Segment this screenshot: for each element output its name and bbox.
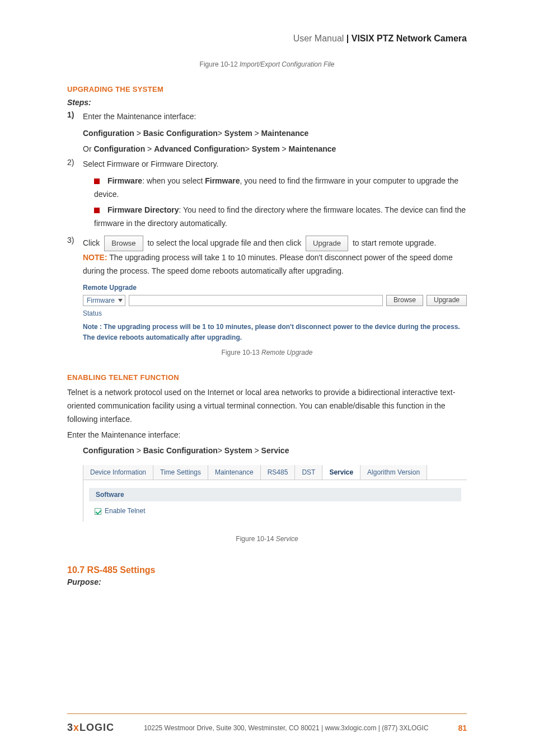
enable-telnet-checkbox[interactable] [95,508,101,515]
bullet-icon [94,208,100,213]
tp-b: Basic Configuration [143,446,218,455]
tab-dst[interactable]: DST [295,465,322,480]
remote-upgrade-row: Firmware Browse Upgrade [83,295,467,306]
tp-c: System [224,446,252,455]
p2a: Configuration [93,144,145,153]
logo-x: x [73,722,79,733]
tab-device-information[interactable]: Device Information [83,465,153,480]
browse-button[interactable]: Browse [104,236,143,251]
logo-a: 3 [67,722,73,733]
tabs-row: Device Information Time Settings Mainten… [83,465,467,480]
step-3-body: Click Browse to select the local upgrade… [83,236,467,278]
remote-status-label: Status [83,309,467,317]
steps-label: Steps: [67,98,467,107]
tp-d: Service [261,446,289,455]
page-number: 81 [458,724,467,732]
telnet-enter: Enter the Maintenance interface: [67,429,467,442]
steps-list: 1) Enter the Maintenance interface: [67,110,467,124]
fig1-prefix: Figure 10-12 [200,60,240,68]
tab-algorithm-version[interactable]: Algorithm Version [360,465,427,480]
step-2-num: 2) [67,158,83,171]
logo-b: LOGIC [79,722,114,733]
enable-telnet-label: Enable Telnet [105,507,146,515]
or-text: Or [83,144,93,153]
tp-a: Configuration [83,446,134,455]
p2b: Advanced Configuration [154,144,245,153]
tab-time-settings[interactable]: Time Settings [153,465,208,480]
bullet-icon [94,179,100,184]
step-3-num: 3) [67,236,83,278]
remote-upgrade-title: Remote Upgrade [83,284,467,292]
footer-text: 10225 Westmoor Drive, Suite 300, Westmin… [114,724,458,732]
telnet-path: Configuration > Basic Configuration> Sys… [83,444,467,458]
remote-note: Note : The upgrading process will be 1 t… [83,322,467,343]
page-header: User Manual | VISIX PTZ Network Camera [67,34,467,44]
upgrade-button[interactable]: Upgrade [306,236,348,251]
step-2-bullet-1: Firmware: when you select Firmware, you … [94,175,467,201]
remote-upgrade-panel: Remote Upgrade Firmware Browse Upgrade S… [83,284,467,343]
p1b: Basic Configuration [143,129,218,138]
fig2-title: Remote Upgrade [261,349,312,356]
step-2: 2) Select Firmware or Firmware Directory… [67,158,467,171]
purpose-label: Purpose: [67,577,467,586]
step-2-wrap: 2) Select Firmware or Firmware Directory… [67,158,467,171]
step-3: 3) Click Browse to select the local upgr… [67,236,467,278]
service-panel: Device Information Time Settings Mainten… [83,465,467,522]
page-footer: 3xLOGIC 10225 Westmoor Drive, Suite 300,… [0,713,534,734]
section-upgrading-title: UPGRADING THE SYSTEM [67,85,467,93]
step-1-text: Enter the Maintenance interface: [83,112,196,121]
figure-10-12-caption: Figure 10-12 Import/Export Configuration… [67,60,467,68]
s3-a: Click [83,238,102,247]
fig3-prefix: Figure 10-14 [236,535,275,543]
step-2-body: Select Firmware or Firmware Directory. [83,158,467,171]
tab-rs485[interactable]: RS485 [261,465,296,480]
p1a: Configuration [83,129,134,138]
p1d: Maintenance [261,129,309,138]
s3-b: to select the local upgrade file and the… [147,238,303,247]
step-1-path-2: Or Configuration > Advanced Configuratio… [83,143,467,156]
s3-c: to start remote upgrade. [353,238,436,247]
remote-browse-button[interactable]: Browse [386,295,423,306]
b2-t: Firmware Directory [107,205,179,214]
firmware-path-input[interactable] [129,295,383,306]
section-telnet-title: ENABLING TELNET FUNCTION [67,373,467,382]
footer-divider [67,713,467,714]
figure-10-13-caption: Figure 10-13 Remote Upgrade [67,349,467,356]
tab-service[interactable]: Service [322,465,360,480]
logo: 3xLOGIC [67,722,114,734]
note-label: NOTE: [83,253,107,262]
header-light: User Manual [293,34,344,43]
rs485-num: 10.7 [67,565,85,575]
p2d: Maintenance [289,144,336,153]
rs485-heading: 10.7 RS-485 Settings [67,565,467,575]
telnet-paragraph: Telnet is a network protocol used on the… [67,386,467,426]
fig3-title: Service [276,535,298,543]
remote-note-body: The upgrading process will be 1 to 10 mi… [83,323,460,341]
enable-telnet-row: Enable Telnet [83,505,467,522]
firmware-select[interactable]: Firmware [83,295,125,306]
figure-10-14-caption: Figure 10-14 Service [67,535,467,543]
step-1-num: 1) [67,110,83,124]
step-3-wrap: 3) Click Browse to select the local upgr… [67,236,467,278]
b1-t2: Firmware [205,176,240,185]
step-1-path-1: Configuration > Basic Configuration> Sys… [83,127,467,140]
fig2-prefix: Figure 10-13 [222,349,261,356]
software-header: Software [89,488,461,501]
step-1: 1) Enter the Maintenance interface: [67,110,467,124]
fig1-title: Import/Export Configuration File [240,60,334,68]
tab-maintenance[interactable]: Maintenance [208,465,261,480]
p1c: System [224,129,252,138]
remote-upgrade-button[interactable]: Upgrade [427,295,467,306]
step-1-body: Enter the Maintenance interface: [83,110,467,124]
rs485-title: RS-485 Settings [85,565,155,575]
footer-row: 3xLOGIC 10225 Westmoor Drive, Suite 300,… [67,722,467,734]
p2c: System [252,144,280,153]
b1-r1: : when you select [142,176,205,185]
header-bold: VISIX PTZ Network Camera [352,34,467,43]
remote-note-label: Note : [83,323,102,331]
step-2-bullet-2: Firmware Directory: You need to find the… [94,204,467,231]
header-sep: | [344,34,351,43]
firmware-select-value: Firmware [87,297,115,304]
note-body: The upgrading process will take 1 to 10 … [83,253,453,275]
b1-t: Firmware [107,176,142,185]
